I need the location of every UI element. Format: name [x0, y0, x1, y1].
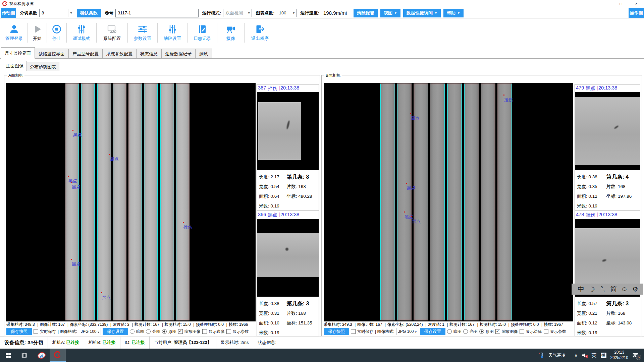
- show-strips-checkbox[interactable]: [544, 329, 548, 334]
- show-edge-checkbox[interactable]: [520, 329, 524, 334]
- tab-size-monitor[interactable]: 尺寸监控界面: [1, 47, 35, 59]
- toolbar-button-camera[interactable]: 摄像: [217, 20, 244, 46]
- chevron-down-icon: [97, 328, 101, 335]
- ime-chinese-mode[interactable]: 中: [576, 285, 586, 294]
- toolbar-button-exit-program[interactable]: 退出程序: [245, 20, 275, 46]
- close-button[interactable]: ×: [629, 0, 644, 7]
- toolbar-button-label: 调试模式: [73, 36, 90, 42]
- maximize-button[interactable]: □: [613, 0, 629, 7]
- show-strips-checkbox[interactable]: [226, 329, 231, 334]
- slit-count-select[interactable]: 8: [39, 9, 74, 17]
- minimize-button[interactable]: —: [598, 0, 613, 7]
- tab-edge-data[interactable]: 边缘数据记录: [161, 49, 196, 59]
- dropdown-arrow-icon: ▼: [457, 11, 460, 15]
- tab-front-image[interactable]: 正面图像: [3, 61, 27, 71]
- data-quick-access-menu-button[interactable]: 数据快捷访问▼: [403, 9, 441, 17]
- defect-snapshot: [257, 219, 319, 297]
- defect-card[interactable]: 366黑点 |20:13:38 长度: 0.38 第几条: 3 宽度: 0.31…: [257, 211, 319, 337]
- operator-side-button[interactable]: 操作侧: [629, 8, 644, 18]
- clear-alarm-button[interactable]: 清除报警: [354, 9, 378, 17]
- bright-image-label: 亮图: [152, 329, 160, 335]
- original-image-radio[interactable]: [162, 329, 167, 334]
- toolbar-button-param-settings[interactable]: 参数设置: [128, 20, 157, 46]
- material-strip: [128, 83, 142, 320]
- save-settings-button[interactable]: 保存设置: [103, 328, 128, 335]
- notification-center-button[interactable]: 6: [632, 353, 639, 358]
- tab-distribution-chart[interactable]: 分布趋势图表: [26, 62, 59, 71]
- run-mode-select[interactable]: 双面检测: [223, 9, 252, 17]
- zoom-image-checkbox[interactable]: [178, 329, 183, 334]
- task-view-button[interactable]: [16, 349, 32, 362]
- image-format-select[interactable]: JPG 100: [79, 328, 101, 335]
- ime-emoji[interactable]: ☺: [619, 285, 630, 293]
- ime-punctuation[interactable]: °,: [597, 285, 608, 293]
- bright-image-radio[interactable]: [146, 329, 151, 334]
- camera-a-panel: A面相机 黑点黑点黑点黑点挫伤黑点黑点 367挫伤 |20:13:38 长度: …: [4, 75, 320, 336]
- confirm-count-button[interactable]: 确认条数: [77, 9, 101, 17]
- toolbar-button-start[interactable]: 开始: [28, 20, 47, 46]
- weather-text[interactable]: 天气寒冷: [548, 352, 566, 358]
- chevron-down-icon: [414, 328, 418, 335]
- snipping-tool-button[interactable]: [34, 349, 50, 362]
- defect-card[interactable]: 478挫伤 |20:13:38 长度: 0.57 第几条: 3 宽度: 0.21…: [575, 211, 640, 337]
- taskbar-clock[interactable]: 20:13 2025/2/10: [610, 350, 628, 360]
- run-mode-label: 运行模式:: [202, 10, 221, 16]
- chevron-down-icon: [291, 9, 297, 17]
- tray-expand-icon[interactable]: ∧: [575, 353, 578, 358]
- vision-app-taskbar-button[interactable]: [50, 349, 66, 362]
- ime-settings[interactable]: ⚙: [630, 285, 641, 293]
- camera-b-status: 相机B: 已连接: [84, 340, 120, 346]
- tab-test[interactable]: 测试: [195, 49, 212, 59]
- tab-system-params[interactable]: 系统参数配置: [102, 49, 137, 59]
- zoom-image-checkbox[interactable]: [495, 329, 500, 334]
- start-button[interactable]: [0, 349, 16, 362]
- acquisition-info-line: 采集耗时: 349.3 ｜图像计数: 167 ｜像素坐标: (5202,24) …: [324, 322, 563, 327]
- camera-b-panel: B面相机 挫伤黑点黑点黑点黑点 479黑点 |20:13:38 长度: 0.38…: [321, 75, 642, 336]
- tab-status-info[interactable]: 状态信息: [136, 49, 162, 59]
- save-snapshot-button[interactable]: 保存快照: [6, 328, 32, 335]
- defect-label: 黑点: [72, 184, 80, 190]
- dark-image-radio[interactable]: [130, 329, 135, 334]
- toolbar-button-debug-mode[interactable]: 调试模式: [67, 20, 96, 46]
- ime-simplified[interactable]: 简: [608, 285, 619, 294]
- defect-label: 黑点: [110, 156, 119, 162]
- bright-image-radio[interactable]: [463, 329, 468, 334]
- tab-defect-monitor[interactable]: 缺陷监控界面: [35, 49, 69, 59]
- save-snapshot-button[interactable]: 保存快照: [324, 328, 349, 335]
- camera-b-live-image: 挫伤黑点黑点黑点黑点: [324, 83, 573, 321]
- tab-product-config[interactable]: 产品型号配置: [68, 49, 103, 59]
- chart-points-select[interactable]: 100: [277, 9, 297, 17]
- ime-halfwidth-moon[interactable]: ☽: [586, 285, 597, 293]
- pinyin-ime-indicator[interactable]: 拼: [601, 353, 606, 358]
- drive-side-button[interactable]: 传动侧: [1, 8, 16, 18]
- defect-label: 挫伤: [183, 224, 192, 230]
- toolbar-button-stop[interactable]: 停止: [47, 20, 66, 46]
- help-menu-button[interactable]: 帮助▼: [443, 9, 464, 17]
- language-indicator[interactable]: 英: [592, 352, 597, 359]
- dropdown-arrow-icon: ▼: [434, 11, 437, 15]
- io-status: IO: 已连接: [120, 340, 149, 346]
- defect-card[interactable]: 367挫伤 |20:13:38 长度: 2.17 第几条: 8 宽度: 0.54…: [257, 84, 319, 211]
- volume-muted-icon[interactable]: ×: [582, 353, 588, 358]
- zoom-image-label: 缩放图像: [502, 329, 518, 335]
- chevron-down-icon: [246, 9, 252, 17]
- defect-snapshot: [257, 92, 319, 170]
- toolbar-button-admin-login[interactable]: 管理登录: [1, 20, 28, 46]
- toolbar-button-system-config[interactable]: 系统配置: [97, 20, 127, 46]
- defect-snapshot: [575, 92, 640, 170]
- defect-card[interactable]: 479黑点 |20:13:38 长度: 0.38 第几条: 4 宽度: 0.35…: [575, 84, 640, 211]
- admin-login-icon: [9, 24, 19, 34]
- material-strip: [481, 83, 495, 320]
- realtime-save-checkbox[interactable]: [34, 329, 38, 334]
- view-menu-button[interactable]: 视图▼: [380, 9, 400, 17]
- original-image-label: 原图: [486, 329, 494, 335]
- dark-image-radio[interactable]: [447, 329, 452, 334]
- save-settings-button[interactable]: 保存设置: [420, 328, 445, 335]
- roll-number-input[interactable]: [115, 9, 199, 17]
- toolbar-button-defect-settings[interactable]: 缺陷设置: [158, 20, 187, 46]
- realtime-save-checkbox[interactable]: [351, 329, 356, 334]
- image-format-select[interactable]: JPG 100: [396, 328, 418, 335]
- toolbar-button-log-record[interactable]: 日志记录: [187, 20, 217, 46]
- show-edge-checkbox[interactable]: [202, 329, 207, 334]
- original-image-radio[interactable]: [479, 329, 484, 334]
